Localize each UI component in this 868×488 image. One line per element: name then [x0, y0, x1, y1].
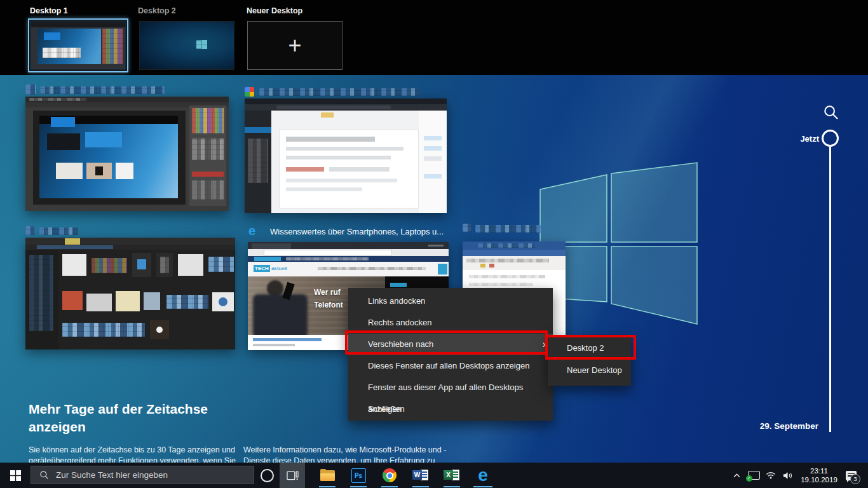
submenu-item-neuer-desktop[interactable]: Neuer Desktop: [548, 359, 631, 381]
word-button[interactable]: W: [406, 463, 435, 488]
desktop1-label: Desktop 1: [30, 6, 68, 15]
pixel-block: [264, 250, 391, 255]
techaktuell-logo: TECH: [254, 265, 270, 272]
cortana-button[interactable]: [254, 463, 280, 488]
wifi-icon: [766, 471, 776, 479]
menu-item-fenster-aus-app[interactable]: Fenster aus dieser App auf allen Desktop…: [348, 377, 553, 398]
pixel-block: [286, 147, 403, 151]
tray-volume-button[interactable]: [779, 463, 797, 488]
desktop1-thumbnail[interactable]: [28, 18, 128, 72]
pixel-block: [56, 163, 83, 179]
window-thumbnail-files[interactable]: [25, 238, 235, 349]
hero-text-line1: Wer ruf: [314, 287, 341, 299]
pixel-block: [245, 87, 250, 92]
running-indicator: [473, 486, 492, 487]
running-indicator: [381, 486, 398, 487]
blurred-window-title: [40, 86, 165, 94]
chrome-icon: [383, 468, 397, 482]
blurred-app-icon: [463, 224, 471, 232]
desktop2-wallpaper-mini: [140, 22, 234, 69]
pixel-block: [253, 344, 295, 346]
blurred-window-title: [475, 225, 541, 233]
pixel-block: [438, 264, 447, 274]
tray-expand-button[interactable]: [728, 463, 745, 488]
pixel-block: [208, 257, 234, 272]
pixel-block: [212, 292, 234, 311]
running-indicator: [412, 486, 429, 487]
cortana-icon: [261, 469, 274, 482]
pixel-block: [480, 264, 485, 268]
pixel-block: [116, 291, 140, 311]
timeline-now-marker[interactable]: [822, 130, 839, 147]
pixel-block: [250, 92, 254, 97]
pixel-block: [192, 172, 224, 177]
pixel-block: [192, 108, 224, 133]
blurred-app-icon: [25, 226, 34, 235]
chrome-button[interactable]: [375, 463, 404, 488]
pixel-block: [252, 243, 291, 249]
task-view-button[interactable]: [280, 463, 305, 488]
pixel-block: [92, 258, 127, 273]
speaker-icon: [783, 471, 794, 480]
pixel-block: [51, 117, 75, 127]
taskbar-search-box[interactable]: [31, 466, 254, 484]
pixel-block: [463, 256, 566, 270]
windows-start-icon: [10, 470, 21, 481]
tray-network-button[interactable]: [763, 463, 779, 488]
pixel-block: [102, 29, 123, 64]
taskbar-clock[interactable]: 23:11 19.10.2019: [798, 466, 840, 484]
blurred-app-icon: [25, 85, 36, 95]
search-input[interactable]: [55, 470, 235, 480]
timeline-now-label: Jetzt: [772, 134, 819, 144]
new-desktop-label: Neuer Desktop: [247, 6, 302, 15]
pixel-block: [248, 242, 449, 249]
pixel-block: [33, 111, 186, 205]
timeline-date-label: 29. September: [724, 421, 818, 431]
window-thumbnail-browser[interactable]: [245, 98, 447, 213]
new-desktop-tile[interactable]: +: [247, 21, 342, 70]
excel-letter: X: [446, 471, 451, 478]
pixel-block: [156, 327, 163, 333]
desktop2-label: Desktop 2: [138, 6, 176, 15]
pixel-block: [276, 105, 391, 109]
pixel-block: [248, 256, 449, 262]
timeline-line[interactable]: [829, 147, 831, 432]
photoshop-button[interactable]: Ps: [344, 463, 373, 488]
clock-time: 23:11: [798, 466, 840, 475]
tray-tablet-button[interactable]: ✓: [745, 463, 763, 488]
pixel-block: [424, 174, 442, 179]
pixel-block: [245, 104, 447, 111]
pixel-block: [160, 257, 169, 273]
pixel-block: [286, 179, 397, 182]
edge-icon: e: [248, 224, 255, 237]
window-thumbnail-photoshop[interactable]: [25, 97, 229, 211]
hero-text-line2: Telefont: [314, 299, 343, 311]
pixel-block: [250, 87, 254, 92]
pixel-block: [37, 29, 101, 64]
pixel-block: [44, 32, 60, 40]
pixel-block: [280, 130, 418, 208]
pixel-block: [286, 187, 362, 191]
file-explorer-button[interactable]: [313, 463, 342, 488]
edge-window-title: Wissenswertes über Smartphones, Laptops …: [270, 227, 444, 236]
menu-item-schliessen[interactable]: Schließen: [348, 398, 553, 420]
pixel-block: [424, 146, 442, 151]
edge-button[interactable]: e: [468, 463, 498, 488]
excel-button[interactable]: X: [437, 463, 466, 488]
pixel-block: [245, 92, 250, 97]
start-button[interactable]: [0, 463, 31, 488]
windows-logo-mini: [196, 40, 207, 49]
search-icon: [39, 470, 49, 480]
word-letter: W: [414, 471, 420, 478]
pixel-block: [116, 163, 133, 179]
menu-item-links-andocken[interactable]: Links andocken: [348, 290, 553, 312]
menu-item-dieses-fenster[interactable]: Dieses Fenster auf allen Desktops anzeig…: [348, 355, 553, 377]
annotation-box-verschieben-nach: [345, 330, 548, 355]
pixel-block: [192, 180, 224, 200]
pixel-block: [29, 98, 86, 101]
pixel-block: [478, 243, 535, 248]
timeline-search-icon[interactable]: [823, 104, 839, 121]
blurred-window-title: [39, 227, 78, 235]
annotation-box-desktop-2: [545, 335, 636, 360]
desktop2-thumbnail[interactable]: [139, 21, 234, 70]
